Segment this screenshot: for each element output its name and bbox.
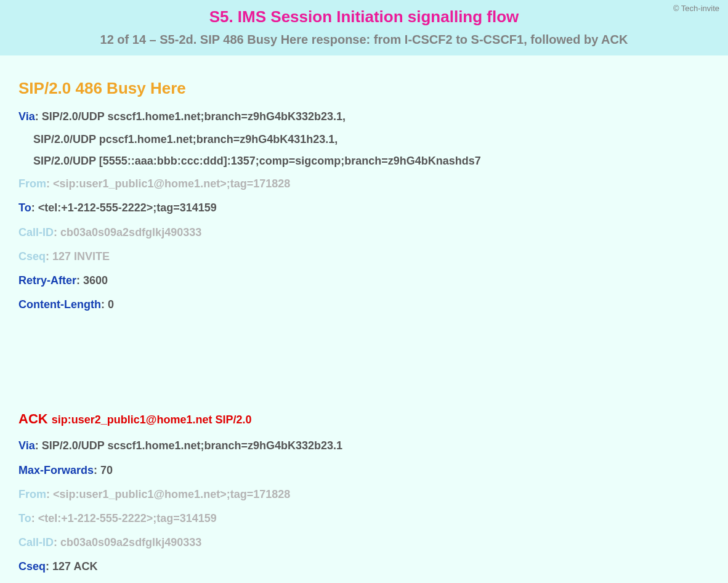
ack-cseq-value: 127 ACK [52,560,97,573]
ack-from-header: From: <sip:user1_public1@home1.net>;tag=… [18,487,710,502]
resp-callid-label: Call-ID [18,226,54,238]
ack-via-header: Via: SIP/2.0/UDP scscf1.home1.net;branch… [18,438,710,454]
ack-callid-header: Call-ID: cb03a0s09a2sdfglkj490333 [18,535,710,550]
resp-clen-header: Content-Length: 0 [18,297,710,312]
ack-request-line: ACK sip:user2_public1@home1.net SIP/2.0 [18,411,710,427]
resp-via-cont1: SIP/2.0/UDP pcscf1.home1.net;branch=z9hG… [33,133,710,146]
resp-to-header: To: <tel:+1-212-555-2222>;tag=314159 [18,200,710,216]
resp-cseq-header: Cseq: 127 INVITE [18,249,710,264]
sip-status-line: SIP/2.0 486 Busy Here [18,79,710,98]
resp-to-value: <tel:+1-212-555-2222>;tag=314159 [38,202,217,214]
resp-clen-label: Content-Length [18,298,101,311]
resp-via-cont2: SIP/2.0/UDP [5555::aaa:bbb:ccc:ddd]:1357… [33,155,710,168]
ack-callid-value: cb03a0s09a2sdfglkj490333 [60,536,201,548]
ack-maxf-header: Max-Forwards: 70 [18,463,710,478]
resp-retry-label: Retry-After [18,274,76,287]
resp-from-value: <sip:user1_public1@home1.net>;tag=171828 [53,177,290,190]
content-area: SIP/2.0 486 Busy Here Via: SIP/2.0/UDP s… [0,55,728,583]
ack-uri: sip:user2_public1@home1.net SIP/2.0 [52,414,252,426]
ack-cseq-header: Cseq: 127 ACK [18,559,710,574]
ack-to-value: <tel:+1-212-555-2222>;tag=314159 [38,512,217,524]
resp-retry-header: Retry-After: 3600 [18,273,710,288]
resp-cseq-label: Cseq [18,250,46,263]
resp-callid-header: Call-ID: cb03a0s09a2sdfglkj490333 [18,225,710,240]
header-band: © Tech-invite S5. IMS Session Initiation… [0,0,728,55]
page-title: S5. IMS Session Initiation signalling fl… [12,7,716,26]
page-subtitle: 12 of 14 – S5-2d. SIP 486 Busy Here resp… [12,33,716,47]
ack-from-label: From [18,488,46,500]
ack-callid-label: Call-ID [18,536,54,548]
copyright-text: © Tech-invite [673,4,719,13]
resp-callid-value: cb03a0s09a2sdfglkj490333 [60,226,201,238]
ack-maxf-value: 70 [100,464,113,476]
resp-from-label: From [18,177,46,190]
ack-cseq-label: Cseq [18,560,46,573]
ack-maxf-label: Max-Forwards [18,464,94,476]
ack-to-label: To [18,512,31,524]
ack-to-header: To: <tel:+1-212-555-2222>;tag=314159 [18,511,710,526]
ack-via-value: SIP/2.0/UDP scscf1.home1.net;branch=z9hG… [42,439,342,452]
ack-method: ACK [18,411,52,426]
resp-from-header: From: <sip:user1_public1@home1.net>;tag=… [18,176,710,192]
ack-from-value: <sip:user1_public1@home1.net>;tag=171828 [53,488,290,500]
resp-to-label: To [18,202,31,214]
resp-cseq-value: 127 INVITE [52,250,110,263]
resp-clen-value: 0 [108,298,114,311]
resp-via-label: Via [18,110,35,123]
resp-via-value: SIP/2.0/UDP scscf1.home1.net;branch=z9hG… [42,110,346,123]
ack-via-label: Via [18,439,35,452]
resp-via-header: Via: SIP/2.0/UDP scscf1.home1.net;branch… [18,109,710,124]
resp-retry-value: 3600 [83,274,108,287]
